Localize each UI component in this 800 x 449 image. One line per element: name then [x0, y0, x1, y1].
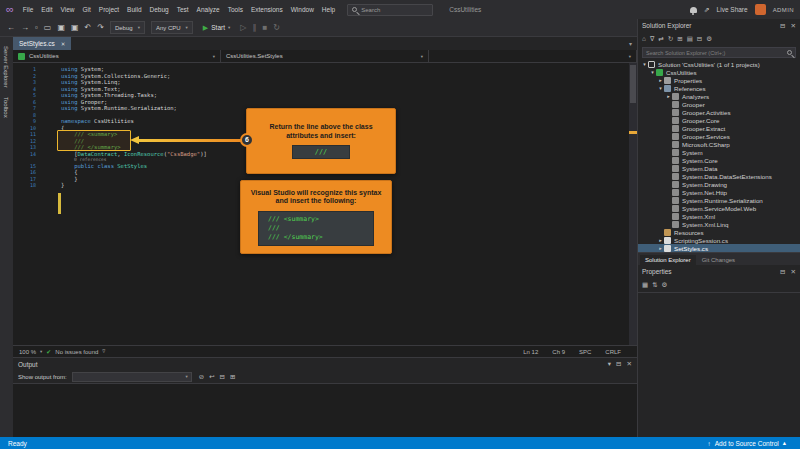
menu-debug[interactable]: Debug — [146, 6, 173, 13]
menu-analyze[interactable]: Analyze — [193, 6, 224, 13]
pause-icon[interactable]: ∥ — [249, 19, 259, 36]
outline-play-icon[interactable]: ▷ — [237, 19, 249, 36]
restart-icon[interactable]: ↻ — [270, 19, 283, 36]
close-icon[interactable]: ✕ — [791, 266, 796, 278]
expand-arrow-icon[interactable]: ▸ — [657, 77, 664, 83]
configuration-dropdown[interactable]: Debug ▾ — [110, 21, 145, 34]
properties-icon[interactable]: ⚙ — [706, 33, 712, 45]
member-dropdown[interactable]: ▾ — [429, 50, 637, 62]
tree-item-analyzers[interactable]: ▸Analyzers — [638, 92, 800, 100]
back-icon[interactable]: ← — [4, 19, 18, 36]
tree-item-resources[interactable]: Resources — [638, 228, 800, 236]
menu-tools[interactable]: Tools — [224, 6, 247, 13]
add-to-source-control-button[interactable]: Add to Source Control — [715, 440, 779, 447]
new-file-icon[interactable]: ▫ — [32, 19, 41, 36]
undo-icon[interactable]: ↶ — [82, 19, 95, 36]
output-source-dropdown[interactable]: ▾ — [72, 372, 192, 382]
home-icon[interactable]: ⌂ — [642, 33, 646, 45]
close-icon[interactable]: ✕ — [791, 20, 796, 32]
line-indicator[interactable]: Ln 12 — [523, 349, 538, 355]
tree-item-grooper-extract[interactable]: Grooper.Extract — [638, 124, 800, 132]
menu-edit[interactable]: Edit — [37, 6, 56, 13]
redo-icon[interactable]: ↷ — [94, 19, 107, 36]
tree-item-grooper-services[interactable]: Grooper.Services — [638, 132, 800, 140]
start-debug-button[interactable]: ▶ Start ▾ — [203, 24, 230, 32]
menu-git[interactable]: Git — [79, 6, 95, 13]
tab-solution-explorer[interactable]: Solution Explorer — [640, 255, 696, 265]
stop-icon[interactable]: ■ — [259, 19, 270, 36]
property-pages-icon[interactable]: ⚙ — [662, 279, 668, 291]
notifications-bell-icon[interactable] — [690, 7, 697, 13]
chevron-down-icon[interactable]: ▾ — [608, 358, 611, 370]
tree-item-references[interactable]: ▾References — [638, 84, 800, 92]
show-all-files-icon[interactable]: ▤ — [687, 33, 693, 45]
scrollbar-thumb[interactable] — [630, 65, 636, 103]
menu-window[interactable]: Window — [287, 6, 318, 13]
tree-item-system-core[interactable]: System.Core — [638, 156, 800, 164]
tree-item-system-xml[interactable]: System.Xml — [638, 212, 800, 220]
menu-project[interactable]: Project — [95, 6, 123, 13]
word-wrap-icon[interactable]: ↩ — [209, 371, 214, 383]
close-icon[interactable]: ✕ — [61, 41, 66, 47]
alphabetical-icon[interactable]: ⇅ — [652, 279, 657, 291]
tree-item-grooper-core[interactable]: Grooper.Core — [638, 116, 800, 124]
categorized-icon[interactable]: ▦ — [642, 279, 648, 291]
tree-item-scriptingsession-cs[interactable]: ▸ScriptingSession.cs — [638, 236, 800, 244]
sync-active-icon[interactable]: ⇄ — [658, 33, 663, 45]
menu-build[interactable]: Build — [123, 6, 145, 13]
menu-view[interactable]: View — [57, 6, 79, 13]
menu-file[interactable]: File — [19, 6, 37, 13]
type-dropdown[interactable]: CssUtilities.SetStyles ▾ — [221, 50, 429, 62]
save-all-icon[interactable]: ▣ — [68, 19, 82, 36]
tree-item-grooper-activities[interactable]: Grooper.Activities — [638, 108, 800, 116]
live-share-button[interactable]: Live Share — [717, 6, 748, 13]
output-panel-header[interactable]: Output ▾⊟✕ — [13, 358, 637, 370]
issues-status[interactable]: No issues found — [55, 349, 98, 355]
user-avatar[interactable] — [755, 4, 766, 15]
zoom-dropdown[interactable]: 100 % — [19, 349, 36, 355]
save-icon[interactable]: ▣ — [54, 19, 68, 36]
tree-item-grooper[interactable]: Grooper — [638, 100, 800, 108]
project-dropdown[interactable]: CssUtilities ▾ — [13, 50, 221, 62]
platform-dropdown[interactable]: Any CPU ▾ — [151, 21, 193, 34]
solution-explorer-search[interactable]: Search Solution Explorer (Ctrl+;) — [642, 47, 796, 58]
nest-files-icon[interactable]: ⊞ — [677, 33, 682, 45]
collapse-arrow-icon[interactable]: ▾ — [641, 61, 648, 67]
expand-arrow-icon[interactable]: ▸ — [657, 245, 664, 251]
collapse-arrow-icon[interactable]: ▾ — [657, 85, 664, 91]
column-indicator[interactable]: Ch 9 — [552, 349, 565, 355]
line-ending-indicator[interactable]: CRLF — [605, 349, 621, 355]
quick-search-box[interactable]: Search — [347, 4, 433, 16]
menu-extensions[interactable]: Extensions — [247, 6, 287, 13]
output-body[interactable] — [13, 384, 637, 437]
filter-icon[interactable]: ∇ — [650, 33, 654, 45]
side-tab-server-explorer[interactable]: Server Explorer — [3, 46, 9, 88]
forward-icon[interactable]: → — [18, 19, 32, 36]
filter-icon[interactable]: ∇ — [102, 349, 105, 354]
solution-explorer-header[interactable]: Solution Explorer ⊟✕ — [638, 19, 800, 32]
tab-git-changes[interactable]: Git Changes — [697, 255, 740, 265]
caret-up-icon[interactable]: ▴ — [783, 439, 786, 447]
tree-item-system-runtime-serialization[interactable]: System.Runtime.Serialization — [638, 196, 800, 204]
refresh-icon[interactable]: ↻ — [668, 33, 673, 45]
side-tab-toolbox[interactable]: Toolbox — [3, 97, 9, 118]
encoding-indicator[interactable]: SPC — [579, 349, 591, 355]
tree-item-properties[interactable]: ▸Properties — [638, 76, 800, 84]
expand-arrow-icon[interactable]: ▸ — [657, 237, 664, 243]
menu-test[interactable]: Test — [173, 6, 193, 13]
clear-all-icon[interactable]: ⊘ — [199, 371, 204, 383]
tree-item-microsoft-csharp[interactable]: Microsoft.CSharp — [638, 140, 800, 148]
pin-icon[interactable]: ⊟ — [780, 20, 785, 32]
collapse-icon[interactable]: ⊟ — [220, 371, 225, 383]
tree-item-cssutilities[interactable]: ▾CssUtilities — [638, 68, 800, 76]
tree-item-setstyles-cs[interactable]: ▸SetStyles.cs — [638, 244, 800, 252]
tree-item-system-net-http[interactable]: System.Net.Http — [638, 188, 800, 196]
tree-item-solution-cssutilities-1-of-1-projects[interactable]: ▾Solution 'CssUtilities' (1 of 1 project… — [638, 60, 800, 68]
open-file-icon[interactable]: ▭ — [41, 19, 55, 36]
collapse-all-icon[interactable]: ⊟ — [697, 33, 702, 45]
tree-item-system[interactable]: System — [638, 148, 800, 156]
menu-help[interactable]: Help — [318, 6, 339, 13]
pin-icon[interactable]: ⊟ — [780, 266, 785, 278]
editor-scrollbar[interactable] — [629, 63, 637, 345]
pin-icon[interactable]: ⊟ — [616, 358, 621, 370]
